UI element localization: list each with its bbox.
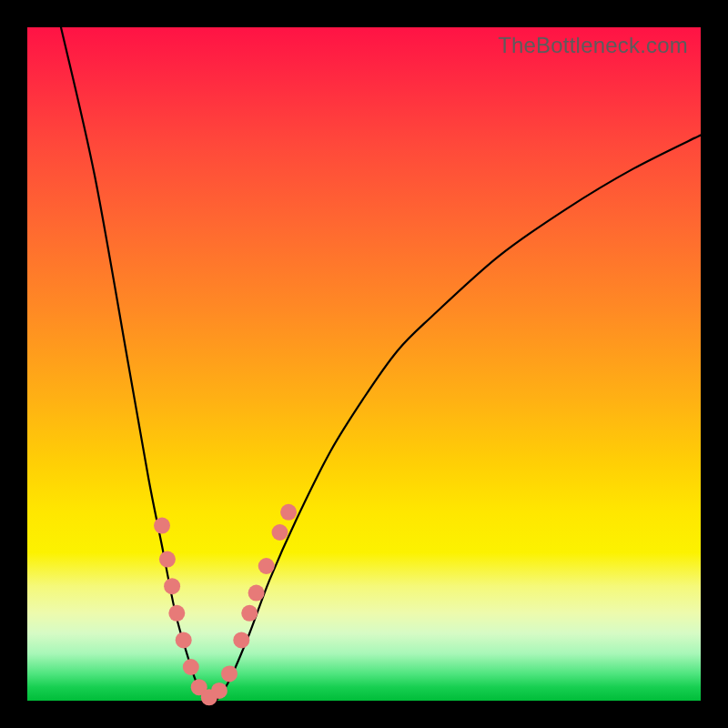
marker-point: [272, 524, 288, 541]
curve-svg: [27, 27, 701, 701]
marker-point: [241, 605, 258, 622]
marker-point: [211, 682, 228, 699]
marker-point: [154, 518, 170, 534]
marker-point: [176, 632, 192, 648]
marker-group: [154, 504, 297, 706]
marker-point: [183, 659, 199, 675]
marker-point: [280, 504, 297, 521]
marker-point: [233, 632, 249, 648]
plot-area: TheBottleneck.com: [27, 27, 701, 701]
marker-point: [159, 551, 176, 568]
marker-point: [258, 558, 275, 574]
marker-point: [221, 665, 238, 682]
marker-point: [168, 605, 185, 622]
marker-point: [164, 578, 180, 594]
chart-frame: TheBottleneck.com: [0, 0, 728, 728]
bottleneck-curve: [61, 27, 701, 703]
marker-point: [248, 585, 265, 602]
